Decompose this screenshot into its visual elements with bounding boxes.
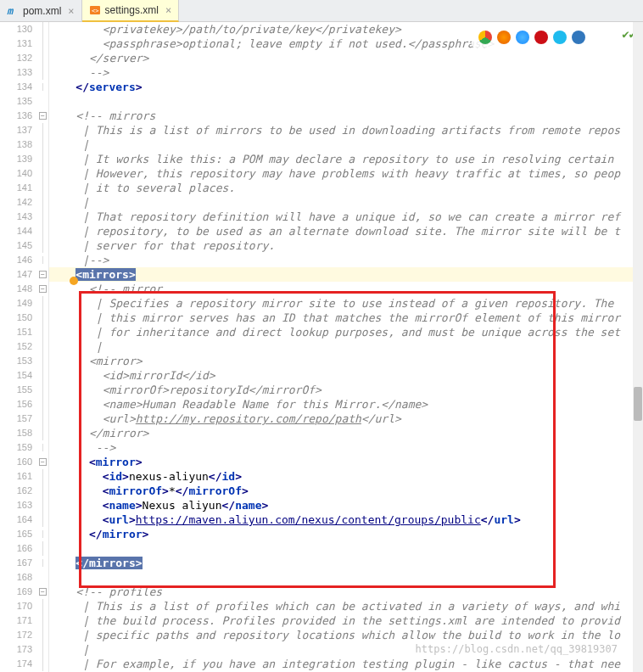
- line-number: 144: [0, 224, 32, 238]
- tab-settings-xml[interactable]: <> settings.xml ×: [82, 0, 180, 22]
- close-icon[interactable]: ×: [68, 5, 74, 17]
- fold-marker[interactable]: [37, 556, 48, 570]
- fold-marker[interactable]: [37, 642, 48, 657]
- fold-marker[interactable]: [37, 628, 48, 642]
- fold-marker[interactable]: [37, 412, 48, 426]
- fold-marker[interactable]: [37, 512, 48, 527]
- fold-marker[interactable]: [37, 195, 48, 210]
- fold-marker[interactable]: [37, 368, 48, 383]
- fold-marker[interactable]: [37, 383, 48, 397]
- line-number-gutter: 1301311321331341351361371381391401411421…: [0, 22, 37, 672]
- line-number: 140: [0, 166, 32, 181]
- fold-marker[interactable]: [37, 238, 48, 253]
- fold-marker[interactable]: [37, 152, 48, 166]
- code-content[interactable]: <privatekey>/path/to/private/key</privat…: [49, 22, 643, 672]
- safari-icon[interactable]: [516, 31, 529, 44]
- code-line: <name>Nexus aliyun</name>: [49, 498, 643, 512]
- opera-icon[interactable]: [534, 31, 548, 44]
- line-number: 169: [0, 585, 32, 599]
- annotation-marker[interactable]: [70, 277, 78, 285]
- line-number: 133: [0, 65, 32, 80]
- fold-marker[interactable]: [37, 296, 48, 311]
- line-number: 171: [0, 613, 32, 628]
- fold-marker[interactable]: [37, 339, 48, 354]
- fold-marker[interactable]: −: [37, 109, 48, 123]
- fold-marker[interactable]: −: [37, 267, 48, 282]
- code-line: | It works like this: a POM may declare …: [49, 152, 643, 166]
- fold-marker[interactable]: [37, 657, 48, 671]
- fold-marker[interactable]: [37, 210, 48, 224]
- line-number: 134: [0, 80, 32, 94]
- fold-marker[interactable]: −: [37, 282, 48, 296]
- fold-marker[interactable]: [37, 253, 48, 267]
- fold-marker[interactable]: [37, 325, 48, 339]
- code-line: | For example, if you have an integratio…: [49, 657, 643, 671]
- code-line: | That repository definition will have a…: [49, 210, 643, 224]
- fold-marker[interactable]: [37, 469, 48, 484]
- fold-marker[interactable]: [37, 484, 48, 498]
- fold-marker[interactable]: [37, 181, 48, 195]
- line-number: 170: [0, 599, 32, 613]
- fold-marker[interactable]: [37, 440, 48, 455]
- code-line: [49, 541, 643, 556]
- code-line: [49, 570, 643, 585]
- code-line: | for inheritance and direct lookup purp…: [49, 325, 643, 339]
- fold-marker[interactable]: [37, 599, 48, 613]
- fold-marker[interactable]: [37, 51, 48, 65]
- fold-marker[interactable]: [37, 137, 48, 152]
- code-line: <id>nexus-aliyun</id>: [49, 469, 643, 484]
- fold-marker[interactable]: −: [37, 585, 48, 599]
- fold-marker[interactable]: [37, 498, 48, 512]
- code-line: |-->: [49, 253, 643, 267]
- code-line: <mirrorOf>*</mirrorOf>: [49, 484, 643, 498]
- line-number: 161: [0, 469, 32, 484]
- fold-marker[interactable]: [37, 397, 48, 412]
- code-line: |: [49, 195, 643, 210]
- chrome-icon[interactable]: [478, 31, 492, 44]
- code-line: </servers>: [49, 80, 643, 94]
- tab-label: settings.xml: [105, 4, 159, 16]
- close-icon[interactable]: ×: [165, 4, 171, 16]
- code-line: </mirrors>: [49, 556, 643, 570]
- fold-marker[interactable]: [37, 123, 48, 137]
- firefox-icon[interactable]: [497, 31, 511, 44]
- fold-marker[interactable]: [37, 570, 48, 585]
- code-line: <url>http://my.repository.com/repo/path<…: [49, 412, 643, 426]
- browser-icon-bar: [472, 27, 592, 48]
- code-line: [49, 94, 643, 109]
- scroll-thumb[interactable]: [634, 387, 642, 421]
- fold-marker[interactable]: [37, 166, 48, 181]
- fold-marker[interactable]: −: [37, 455, 48, 469]
- fold-marker[interactable]: [37, 613, 48, 628]
- tab-pom-xml[interactable]: m pom.xml ×: [0, 0, 82, 22]
- fold-marker[interactable]: [37, 541, 48, 556]
- line-number: 173: [0, 642, 32, 657]
- fold-marker[interactable]: [37, 36, 48, 51]
- fold-marker[interactable]: [37, 426, 48, 440]
- svg-text:<>: <>: [92, 8, 98, 14]
- fold-marker[interactable]: [37, 80, 48, 94]
- edge-icon[interactable]: [572, 31, 585, 44]
- code-line: <!-- profiles: [49, 585, 643, 599]
- code-line: <mirrorOf>repositoryId</mirrorOf>: [49, 383, 643, 397]
- editor-tabs: m pom.xml × <> settings.xml ×: [0, 0, 643, 22]
- fold-marker[interactable]: [37, 94, 48, 109]
- line-number: 131: [0, 36, 32, 51]
- ie-icon[interactable]: [553, 31, 567, 44]
- fold-marker[interactable]: [37, 22, 48, 36]
- line-number: 166: [0, 541, 32, 556]
- code-line: | However, this repository may have prob…: [49, 166, 643, 181]
- fold-marker[interactable]: [37, 311, 48, 325]
- line-number: 167: [0, 556, 32, 570]
- fold-marker[interactable]: [37, 224, 48, 238]
- line-number: 139: [0, 152, 32, 166]
- fold-marker[interactable]: [37, 354, 48, 368]
- line-number: 136: [0, 109, 32, 123]
- fold-marker[interactable]: [37, 527, 48, 541]
- code-line: | specific paths and repository location…: [49, 628, 643, 642]
- vertical-scrollbar[interactable]: [633, 22, 643, 672]
- line-number: 145: [0, 238, 32, 253]
- fold-marker[interactable]: [37, 65, 48, 80]
- line-number: 154: [0, 368, 32, 383]
- line-number: 172: [0, 628, 32, 642]
